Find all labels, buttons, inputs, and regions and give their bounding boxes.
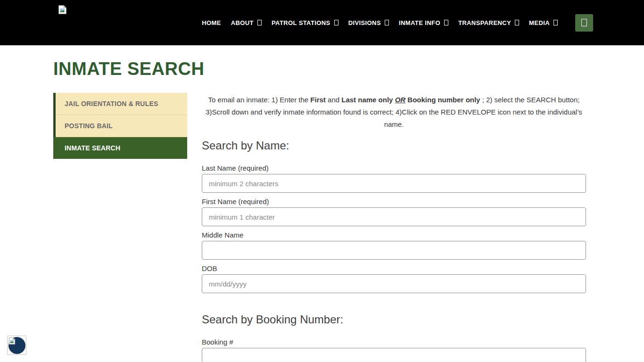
last-name-group: Last Name (required) [202, 164, 586, 193]
caret-down-icon [385, 20, 389, 25]
nav-item-label: INMATE INFO [399, 19, 440, 26]
instruction-text: To email an inmate: 1) Enter the [208, 96, 311, 104]
search-by-name-heading: Search by Name: [202, 139, 586, 152]
search-by-booking-heading: Search by Booking Number: [202, 313, 586, 326]
nav-item-label: TRANSPARENCY [458, 19, 511, 26]
sidebar-item-jail-orientation-rules[interactable]: JAIL ORIENTATION & RULES [56, 93, 187, 115]
dob-input[interactable] [202, 274, 586, 293]
caret-down-icon [553, 20, 558, 25]
instruction-text-bold: Booking number only [407, 96, 480, 104]
dob-group: DOB [202, 264, 586, 293]
instruction-text-bold: First [310, 96, 326, 104]
broken-image-icon [58, 5, 67, 16]
nav-item-label: ABOUT [231, 19, 254, 26]
instruction-text-or: OR [395, 96, 406, 104]
booking-number-group: Booking # [202, 338, 586, 362]
booking-number-label: Booking # [202, 338, 586, 346]
instruction-text: and [326, 96, 341, 104]
nav-item-home[interactable]: HOME [202, 19, 221, 26]
page-title: INMATE SEARCH [53, 59, 586, 79]
sidebar-item-posting-bail[interactable]: POSTING BAIL [56, 115, 187, 137]
broken-image-icon [8, 337, 16, 346]
site-header: HOME ABOUT PATROL STATIONS DIVISIONS INM… [0, 0, 644, 46]
middle-name-input[interactable] [202, 241, 586, 260]
last-name-label: Last Name (required) [202, 164, 586, 172]
email-inmate-instructions: To email an inmate: 1) Enter the First a… [202, 94, 586, 131]
nav-item-transparency[interactable]: TRANSPARENCY [458, 19, 519, 26]
first-name-label: First Name (required) [202, 197, 586, 206]
dob-label: DOB [202, 264, 586, 272]
first-name-group: First Name (required) [202, 197, 586, 226]
caret-down-icon [515, 20, 519, 25]
caret-down-icon [444, 20, 448, 25]
nav-item-divisions[interactable]: DIVISIONS [348, 19, 389, 26]
caret-down-icon [257, 20, 262, 25]
last-name-input[interactable] [202, 174, 586, 193]
search-icon [581, 19, 587, 26]
nav-item-inmate-info[interactable]: INMATE INFO [399, 19, 448, 26]
search-button[interactable] [575, 14, 593, 32]
instruction-text-bold: Last name only [341, 96, 395, 104]
main-nav: HOME ABOUT PATROL STATIONS DIVISIONS INM… [202, 14, 593, 32]
sidebar-nav: JAIL ORIENTATION & RULES POSTING BAIL IN… [53, 93, 187, 159]
page-content: INMATE SEARCH JAIL ORIENTATION & RULES P… [0, 46, 644, 362]
nav-item-label: PATROL STATIONS [272, 19, 330, 26]
middle-name-group: Middle Name [202, 231, 586, 260]
nav-item-label: HOME [202, 19, 221, 26]
caret-down-icon [334, 20, 339, 25]
sidebar-item-inmate-search[interactable]: INMATE SEARCH [53, 137, 187, 159]
nav-item-media[interactable]: MEDIA [529, 19, 558, 26]
middle-name-label: Middle Name [202, 231, 586, 239]
accessibility-widget-button[interactable] [7, 336, 26, 355]
nav-item-label: MEDIA [529, 19, 550, 26]
first-name-input[interactable] [202, 207, 586, 226]
nav-item-about[interactable]: ABOUT [231, 19, 262, 26]
booking-number-input[interactable] [202, 348, 586, 362]
nav-item-label: DIVISIONS [348, 19, 381, 26]
nav-item-patrol-stations[interactable]: PATROL STATIONS [272, 19, 339, 26]
search-form-section: To email an inmate: 1) Enter the First a… [202, 93, 586, 362]
